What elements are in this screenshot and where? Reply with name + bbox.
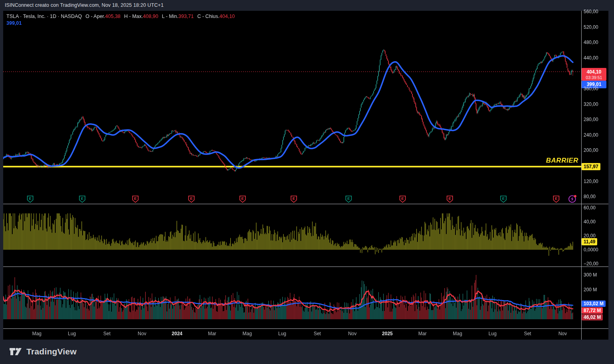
barrier-price-badge: 157,97	[582, 163, 600, 170]
price-tick-label: 480,00	[584, 39, 598, 46]
time-axis-label[interactable]: Nov	[348, 331, 356, 336]
time-axis-label[interactable]: Lug	[68, 331, 76, 336]
pane-separator-2[interactable]	[3, 267, 608, 267]
symbol-title[interactable]: TSLA · Tesla, Inc. · 1D · NASDAQ	[6, 14, 82, 19]
svg-text:E: E	[29, 196, 32, 201]
earnings-marker[interactable]: E	[290, 195, 297, 203]
price-tick-label: 240,00	[584, 132, 598, 138]
bottom-bar: TradingView	[0, 340, 614, 364]
volume-fast-ma-badge: 87,72 M	[582, 307, 603, 314]
open-value: 405,38	[105, 14, 120, 19]
high-value: 408,90	[143, 14, 158, 19]
price-tick-label: 440,00	[584, 55, 598, 61]
earnings-marker[interactable]: E	[132, 195, 139, 203]
svg-text:E: E	[502, 196, 504, 201]
ma-legend-value: 399,01	[6, 20, 22, 26]
earnings-marker[interactable]: E	[345, 195, 352, 203]
volume-last-badge: 46,02 M	[582, 314, 603, 320]
flash-icon[interactable]	[568, 194, 577, 204]
time-axis-label[interactable]: Nov	[558, 331, 567, 336]
pane-separator-3	[3, 328, 608, 329]
open-label: O - Aper.	[86, 14, 105, 19]
price-tick-label: 360,00	[584, 86, 598, 92]
svg-text:E: E	[402, 196, 404, 201]
chart-widget: TSLA · Tesla, Inc. · 1D · NASDAQO - Aper…	[3, 11, 608, 340]
price-tick-label: 320,00	[584, 101, 598, 107]
svg-text:E: E	[449, 196, 451, 201]
tradingview-logo-text: TradingView	[26, 347, 77, 356]
svg-text:E: E	[555, 196, 558, 201]
tradingview-logo[interactable]: TradingView	[9, 347, 77, 356]
time-axis-label[interactable]: Set	[314, 331, 321, 336]
earnings-marker[interactable]: E	[446, 195, 453, 203]
time-axis-label[interactable]: Mar	[208, 331, 216, 336]
page: ISINConnect creato con TradingView.com, …	[0, 0, 614, 364]
time-axis-label[interactable]: Set	[103, 331, 110, 336]
low-value: 393,71	[178, 14, 194, 19]
price-tick-label: 560,00	[584, 8, 598, 15]
close-value: 404,10	[220, 14, 235, 19]
time-axis-label[interactable]: Lug	[488, 331, 496, 336]
time-axis-label[interactable]: Mag	[453, 331, 462, 336]
time-axis-label[interactable]: Set	[524, 331, 531, 336]
price-tick-label: 120,00	[584, 178, 598, 185]
time-axis-label[interactable]: Mag	[32, 331, 41, 336]
low-label: L - Min.	[162, 14, 178, 19]
histogram-tick-label: 60,00	[584, 205, 596, 211]
bar-countdown: 03:39:51	[583, 75, 605, 80]
price-axis-separator[interactable]	[581, 11, 582, 340]
svg-text:E: E	[134, 196, 137, 201]
svg-text:E: E	[347, 196, 350, 201]
symbol-legend[interactable]: TSLA · Tesla, Inc. · 1D · NASDAQO - Aper…	[6, 14, 235, 19]
svg-text:E: E	[81, 196, 83, 201]
volume-tick-label: 200 M	[584, 286, 597, 293]
price-tick-label: 80,00	[584, 193, 596, 200]
current-price-value: 404,10	[587, 69, 602, 75]
time-axis-label[interactable]: Nov	[138, 331, 146, 336]
price-tick-label: 520,00	[584, 24, 598, 30]
high-label: H - Max.	[124, 14, 143, 19]
time-axis-label[interactable]: Lug	[278, 331, 286, 336]
earnings-marker[interactable]: E	[500, 195, 507, 203]
histogram-tick-label: 0,0000	[584, 247, 598, 253]
volume-tick-label: 300 M	[584, 272, 597, 278]
earnings-marker[interactable]: E	[399, 195, 406, 203]
attribution-text: ISINConnect creato con TradingView.com, …	[5, 2, 164, 8]
svg-text:E: E	[241, 196, 244, 201]
close-label: C - Chius.	[197, 14, 220, 19]
pane-separator-1[interactable]	[3, 204, 608, 204]
price-tick-label: 200,00	[584, 147, 598, 153]
earnings-marker[interactable]: E	[188, 195, 195, 203]
svg-text:E: E	[293, 196, 295, 201]
price-tick-label: 280,00	[584, 116, 598, 123]
earnings-marker[interactable]: E	[239, 195, 246, 203]
earnings-marker[interactable]: E	[79, 195, 86, 203]
earnings-marker[interactable]: E	[27, 195, 34, 203]
tradingview-logo-icon	[9, 347, 22, 356]
histogram-value-badge: 11,49	[582, 238, 597, 245]
current-price-badge: 404,10 03:39:51	[582, 68, 606, 81]
earnings-marker[interactable]: E	[553, 195, 560, 203]
time-axis-label[interactable]: Mag	[242, 331, 252, 336]
histogram-tick-label: 20,00	[584, 233, 596, 239]
histogram-tick-label: 40,00	[584, 219, 596, 225]
time-axis-label[interactable]: 2025	[382, 331, 393, 336]
chart-overlay: TSLA · Tesla, Inc. · 1D · NASDAQO - Aper…	[3, 11, 608, 340]
svg-text:E: E	[190, 196, 192, 201]
barrier-label: BARRIER	[544, 157, 578, 165]
attribution-bar: ISINConnect creato con TradingView.com, …	[0, 0, 614, 11]
histogram-tick-label: −20,00	[584, 261, 598, 267]
time-axis-label[interactable]: 2024	[172, 331, 182, 336]
time-axis-label[interactable]: Mar	[418, 331, 427, 336]
volume-slow-ma-badge: 103,02 M	[582, 300, 606, 307]
